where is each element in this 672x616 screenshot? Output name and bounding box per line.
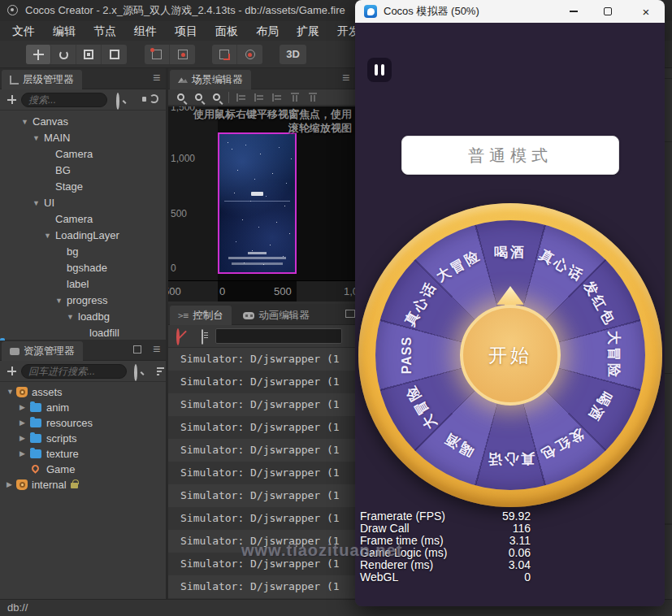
node-loadfill[interactable]: loadfill xyxy=(0,325,166,341)
asset-game-scene[interactable]: Game xyxy=(0,462,166,477)
normal-mode-button[interactable]: 普通模式 xyxy=(401,136,619,175)
align-middle-icon[interactable] xyxy=(304,89,322,106)
wheel-segment-label: 喝酒 xyxy=(583,388,616,425)
menu-extension[interactable]: 扩展 xyxy=(288,21,328,41)
node-camera-ui[interactable]: Camera xyxy=(0,211,166,228)
tab-animation-editor[interactable]: 动画编辑器 xyxy=(235,306,318,325)
console-log-file-icon[interactable] xyxy=(202,329,203,345)
console-filter-input[interactable] xyxy=(215,328,342,344)
node-camera[interactable]: Camera xyxy=(0,146,166,163)
assets-menu-icon[interactable] xyxy=(153,343,160,356)
expand-arrow-icon[interactable]: ▼ xyxy=(7,384,14,400)
menu-component[interactable]: 组件 xyxy=(125,21,166,41)
close-button[interactable]: × xyxy=(630,0,662,23)
align-right-icon[interactable] xyxy=(268,89,286,106)
asset-scripts[interactable]: ▶scripts xyxy=(0,431,166,446)
expand-arrow-icon[interactable]: ▼ xyxy=(55,293,63,309)
simulator-window: Cocos 模拟器 (50%) × 普通模式 喝酒 真心话 发红包 大冒险 喝酒… xyxy=(355,0,665,606)
node-stage[interactable]: Stage xyxy=(0,179,166,195)
zoom-in-icon[interactable] xyxy=(171,89,189,106)
pivot-position-button[interactable] xyxy=(145,45,170,64)
expand-arrow-icon[interactable]: ▼ xyxy=(33,130,40,146)
hierarchy-menu-icon[interactable] xyxy=(153,72,160,85)
float-panel-icon[interactable] xyxy=(133,345,141,354)
node-label[interactable]: label xyxy=(0,276,166,293)
cocos-logo-icon xyxy=(7,5,18,15)
expand-arrow-icon[interactable]: ▼ xyxy=(44,228,51,244)
expand-arrow-icon[interactable]: ▼ xyxy=(33,195,40,211)
tab-scene-editor[interactable]: 场景编辑器 xyxy=(170,70,251,89)
node-canvas[interactable]: ▼Canvas xyxy=(0,114,166,130)
console-toolbar xyxy=(168,325,355,348)
node-bgshade[interactable]: bgshade xyxy=(0,260,166,276)
node-bg[interactable]: BG xyxy=(0,163,166,179)
menu-layout[interactable]: 布局 xyxy=(247,21,288,41)
node-loadbg[interactable]: ▼loadbg xyxy=(0,309,166,325)
anchor-position-button[interactable] xyxy=(170,45,195,64)
rect-tool-button[interactable] xyxy=(102,45,127,64)
tab-hierarchy[interactable]: 层级管理器 xyxy=(2,70,82,89)
asset-internal[interactable]: ▶internal xyxy=(0,477,166,492)
assets-search-input[interactable] xyxy=(21,364,127,379)
simulator-title: Cocos 模拟器 (50%) xyxy=(384,0,479,23)
start-button[interactable]: 开始 xyxy=(460,305,561,406)
mode-3d-toggle[interactable]: 3D xyxy=(280,45,306,64)
zoom-out-icon[interactable] xyxy=(189,89,207,106)
menu-project[interactable]: 项目 xyxy=(166,21,206,41)
hierarchy-search-input[interactable] xyxy=(21,93,107,107)
align-center-icon[interactable] xyxy=(250,89,268,106)
align-top-icon[interactable] xyxy=(286,89,304,106)
console-clear-icon[interactable] xyxy=(176,328,180,345)
expand-arrow-icon[interactable]: ▶ xyxy=(20,431,25,446)
tab-partial-icon[interactable] xyxy=(345,310,355,318)
pause-button[interactable] xyxy=(367,58,392,82)
expand-arrow-icon[interactable]: ▶ xyxy=(7,477,12,492)
local-gizmo-icon xyxy=(219,50,229,59)
tab-assets[interactable]: 资源管理器 xyxy=(2,341,83,361)
scene-canvas-preview[interactable] xyxy=(218,132,297,274)
scene-menu-icon[interactable] xyxy=(342,72,349,85)
expand-arrow-icon[interactable]: ▶ xyxy=(20,446,25,462)
maximize-button[interactable] xyxy=(592,0,624,23)
node-bg2[interactable]: bg xyxy=(0,244,166,260)
menu-edit[interactable]: 编辑 xyxy=(44,21,85,41)
local-gizmo-button[interactable] xyxy=(212,45,237,64)
simulator-titlebar[interactable]: Cocos 模拟器 (50%) × xyxy=(355,0,665,23)
expand-arrow-icon[interactable]: ▼ xyxy=(67,309,74,325)
menu-file[interactable]: 文件 xyxy=(3,21,44,41)
assets-tree: ▼assets ▶anim ▶resources ▶scripts ▶textu… xyxy=(0,382,166,599)
global-gizmo-button[interactable] xyxy=(237,45,262,64)
menu-panel[interactable]: 面板 xyxy=(206,21,247,41)
asset-assets[interactable]: ▼assets xyxy=(0,384,166,400)
stat-row: Draw Call116 xyxy=(360,523,531,535)
expand-arrow-icon[interactable]: ▶ xyxy=(20,400,25,415)
asset-texture[interactable]: ▶texture xyxy=(0,446,166,462)
gizmo-position-group xyxy=(145,45,195,64)
scene-viewport[interactable]: 1,500 1,000 500 0 使用鼠标右键平移视窗焦点，使用 滚轮缩放视图 xyxy=(168,106,355,280)
menu-node[interactable]: 节点 xyxy=(85,21,125,41)
hierarchy-search-icon[interactable] xyxy=(116,93,119,110)
hierarchy-refresh-icon[interactable] xyxy=(150,94,158,103)
asset-anim[interactable]: ▶anim xyxy=(0,400,166,415)
asset-bundle-icon xyxy=(16,387,28,397)
node-progress[interactable]: ▼progress xyxy=(0,293,166,309)
zoom-reset-icon[interactable] xyxy=(207,89,225,106)
wheel-segment-label: 发红包 xyxy=(536,424,587,465)
move-icon xyxy=(33,50,44,60)
rotate-tool-button[interactable] xyxy=(51,45,76,64)
move-tool-button[interactable] xyxy=(26,45,51,64)
assets-search-icon[interactable] xyxy=(134,364,137,381)
minimize-button[interactable] xyxy=(557,0,590,23)
expand-arrow-icon[interactable]: ▼ xyxy=(21,114,28,130)
node-ui[interactable]: ▼UI xyxy=(0,195,166,211)
asset-resources[interactable]: ▶resources xyxy=(0,415,166,431)
tab-console[interactable]: >≡ 控制台 xyxy=(170,306,232,325)
align-left-icon[interactable] xyxy=(232,89,250,106)
node-loadinglayer[interactable]: ▼LoadingLayer xyxy=(0,228,166,244)
preview-text-line xyxy=(232,262,283,265)
expand-arrow-icon[interactable]: ▶ xyxy=(20,415,25,431)
scale-tool-button[interactable] xyxy=(76,45,102,64)
console-output[interactable]: Simulator: D/jswrapper (1 Simulator: D/j… xyxy=(168,348,355,599)
start-label: 开始 xyxy=(488,343,532,368)
node-main[interactable]: ▼MAIN xyxy=(0,130,166,146)
